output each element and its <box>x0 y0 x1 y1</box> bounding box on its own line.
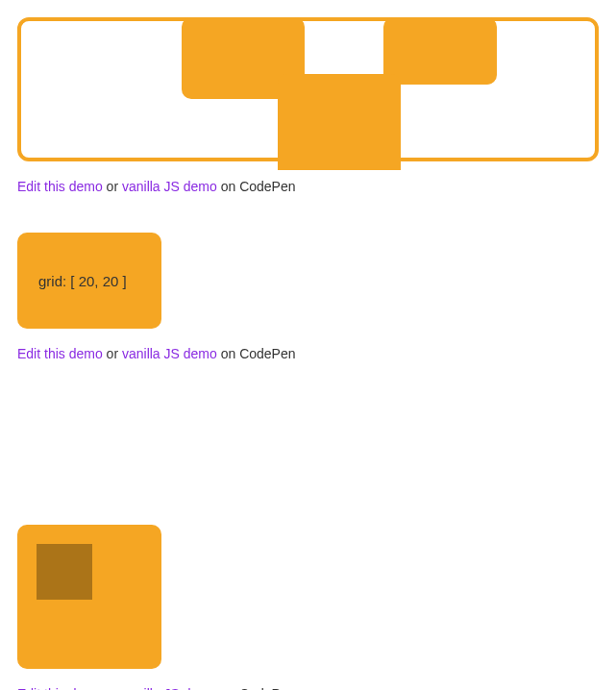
spacer <box>17 400 599 525</box>
caption-suffix: on CodePen <box>217 346 296 361</box>
edit-demo-link[interactable]: Edit this demo <box>17 179 103 194</box>
demo-caption: Edit this demo or vanilla JS demo on Cod… <box>17 179 599 194</box>
demo-containment-container <box>17 17 599 161</box>
demo-caption: Edit this demo or vanilla JS demo on Cod… <box>17 686 599 690</box>
caption-or: or <box>103 179 122 194</box>
edit-demo-link[interactable]: Edit this demo <box>17 686 103 690</box>
drag-handle[interactable] <box>37 544 92 600</box>
handle-draggable-box[interactable] <box>17 525 161 669</box>
vanilla-js-demo-link[interactable]: vanilla JS demo <box>122 686 217 690</box>
draggable-block[interactable] <box>383 17 497 85</box>
edit-demo-link[interactable]: Edit this demo <box>17 346 103 361</box>
grid-option-label: grid: [ 20, 20 ] <box>38 273 127 289</box>
caption-suffix: on CodePen <box>217 179 296 194</box>
caption-suffix: on CodePen <box>217 686 296 690</box>
vanilla-js-demo-link[interactable]: vanilla JS demo <box>122 346 217 361</box>
vanilla-js-demo-link[interactable]: vanilla JS demo <box>122 179 217 194</box>
demo-caption: Edit this demo or vanilla JS demo on Cod… <box>17 346 599 361</box>
draggable-block[interactable] <box>278 74 401 170</box>
caption-or: or <box>103 346 122 361</box>
caption-or: or <box>103 686 122 690</box>
grid-draggable-box[interactable]: grid: [ 20, 20 ] <box>17 233 161 329</box>
